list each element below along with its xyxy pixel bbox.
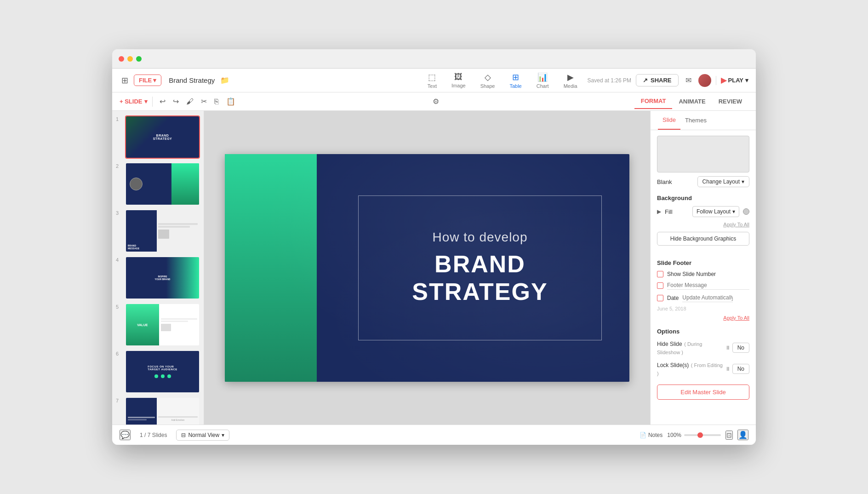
slide-thumbnail-5[interactable]: 5 Value <box>116 303 200 346</box>
hide-background-button[interactable]: Hide Background Graphics <box>657 232 749 246</box>
slide-num-2: 2 <box>116 162 122 169</box>
thumb-1-title: BRANDSTRATEGY <box>153 134 172 140</box>
add-slide-button[interactable]: + SLIDE ▾ <box>120 98 148 105</box>
format-tab[interactable]: FORMAT <box>634 94 673 109</box>
page-indicator: 1 / 7 Slides <box>140 432 167 438</box>
text-tool[interactable]: ⬚ Text <box>421 69 443 92</box>
lock-slide-label: Lock Slide(s) <box>657 362 689 368</box>
slide-canvas[interactable]: How to develop BRAND STRATEGY <box>225 154 629 382</box>
chart-label: Chart <box>537 83 549 89</box>
rpanel-body: Blank Change Layout ▾ Background ▶ Fill <box>651 130 756 425</box>
options-title: Options <box>657 328 749 335</box>
file-arrow: ▾ <box>153 77 156 84</box>
layout-section: Blank Change Layout ▾ <box>657 136 749 187</box>
undo-button[interactable]: ↩ <box>157 96 168 107</box>
folder-icon[interactable]: 📁 <box>220 76 229 85</box>
themes-tab[interactable]: Themes <box>680 111 711 130</box>
title-bar <box>112 49 756 69</box>
app-window: ⊞ FILE ▾ Brand Strategy 📁 ⬚ Text 🖼 Image… <box>112 49 756 445</box>
view-mode-icon: ⊟ <box>181 432 186 438</box>
cut-button[interactable]: ✂ <box>199 96 209 107</box>
media-tool[interactable]: ▶ Media <box>557 69 584 92</box>
date-input[interactable] <box>682 293 733 302</box>
slide-thumbnail-2[interactable]: 2 <box>116 162 200 206</box>
slide-thumbnail-7[interactable]: 7 Add Emotion <box>116 397 200 425</box>
maximize-button[interactable] <box>136 56 142 62</box>
slide-thumbnail-1[interactable]: 1 BRANDSTRATEGY <box>116 115 200 159</box>
users-button[interactable]: 👤 <box>737 430 748 440</box>
view-mode-arrow: ▾ <box>222 432 224 438</box>
slide-num-3: 3 <box>116 209 122 216</box>
hide-slide-toggle[interactable]: ⏸ No <box>725 343 749 353</box>
show-slide-num-label: Show Slide Number <box>667 271 716 277</box>
file-menu-button[interactable]: FILE ▾ <box>134 75 161 86</box>
change-layout-button[interactable]: Change Layout ▾ <box>697 176 749 187</box>
apply-to-all-link[interactable]: Apply To All <box>657 222 749 227</box>
slide-thumbnail-4[interactable]: 4 InspireYOUR BRAND <box>116 256 200 299</box>
media-icon: ▶ <box>567 72 574 82</box>
table-tool[interactable]: ⊞ Table <box>503 69 528 92</box>
avatar[interactable] <box>698 74 711 87</box>
change-layout-arrow: ▾ <box>742 178 744 185</box>
add-slide-arrow: ▾ <box>144 98 148 105</box>
footer-apply-all-link[interactable]: Apply To All <box>657 315 749 321</box>
slide-tab[interactable]: Slide <box>658 111 680 130</box>
review-tab[interactable]: REVIEW <box>712 94 748 109</box>
date-value: June 5, 2018 <box>657 306 749 311</box>
notes-icon: 📄 <box>640 432 646 438</box>
copy-button[interactable]: ⎘ <box>212 96 221 107</box>
play-triangle-icon: ▶ <box>721 76 726 85</box>
thumb-img-3: BRANDMESSAGE <box>125 209 200 253</box>
format-paint-button[interactable]: 🖌 <box>184 96 196 107</box>
settings-button[interactable]: ⚙ <box>430 96 441 107</box>
color-swatch[interactable] <box>743 208 749 215</box>
lock-slide-no: No <box>732 364 749 374</box>
slide-title: BRAND STRATEGY <box>368 250 592 305</box>
image-tool[interactable]: 🖼 Image <box>445 69 472 91</box>
show-slide-num-checkbox[interactable] <box>657 271 663 277</box>
date-row: Date <box>657 293 749 302</box>
close-button[interactable] <box>119 56 124 62</box>
lock-slide-toggle[interactable]: ⏸ No <box>725 364 749 374</box>
fill-dropdown[interactable]: Follow Layout ▾ <box>692 206 739 217</box>
date-label: Date <box>667 295 679 301</box>
chart-tool[interactable]: 📊 Chart <box>530 69 555 92</box>
footer-message-checkbox[interactable] <box>657 282 663 289</box>
main-content: 1 BRANDSTRATEGY 2 <box>112 111 756 425</box>
grid-menu-button[interactable]: ⊞ <box>120 74 130 87</box>
play-button[interactable]: ▶ PLAY ▾ <box>721 76 748 85</box>
thumb-img-1: BRANDSTRATEGY <box>125 115 200 159</box>
layout-label: Blank <box>657 178 672 185</box>
fit-to-screen-button[interactable]: ⊡ <box>725 431 733 440</box>
slide-footer-section: Slide Footer Show Slide Number Date <box>657 259 749 321</box>
secondary-toolbar: + SLIDE ▾ ↩ ↪ 🖌 ✂ ⎘ 📋 ⚙ FORMAT ANIMATE R… <box>112 92 756 111</box>
background-section: Background ▶ Fill Follow Layout ▾ Apply … <box>657 195 749 253</box>
hide-slide-labels: Hide Slide ( During Slideshow ) <box>657 339 725 356</box>
media-label: Media <box>564 83 577 89</box>
hide-slide-row: Hide Slide ( During Slideshow ) ⏸ No <box>657 339 749 356</box>
notes-button[interactable]: 📄 Notes <box>640 432 662 438</box>
main-toolbar: ⊞ FILE ▾ Brand Strategy 📁 ⬚ Text 🖼 Image… <box>112 69 756 92</box>
redo-button[interactable]: ↪ <box>171 96 181 107</box>
chat-button[interactable]: 💬 <box>120 430 131 440</box>
document-title: Brand Strategy <box>169 76 215 84</box>
paste-button[interactable]: 📋 <box>224 96 238 107</box>
mail-icon-button[interactable]: ✉ <box>683 75 694 86</box>
change-layout-label: Change Layout <box>702 178 740 185</box>
share-button[interactable]: ↗ SHARE <box>636 74 679 86</box>
zoom-slider[interactable] <box>684 434 721 436</box>
animate-tab[interactable]: ANIMATE <box>672 94 712 109</box>
fill-chevron-icon[interactable]: ▶ <box>657 208 661 215</box>
minimize-button[interactable] <box>127 56 133 62</box>
slide-thumbnail-6[interactable]: 6 Focus on yourTARGET AUDIENCE <box>116 350 200 393</box>
slide-num-6: 6 <box>116 350 122 356</box>
footer-message-input[interactable] <box>667 281 749 290</box>
shape-tool[interactable]: ◇ Shape <box>474 69 502 92</box>
date-checkbox[interactable] <box>657 295 663 301</box>
view-mode-dropdown[interactable]: ⊟ Normal View ▾ <box>176 430 229 441</box>
slide-content-box[interactable]: How to develop BRAND STRATEGY <box>358 195 602 340</box>
slide-thumbnail-3[interactable]: 3 BRANDMESSAGE <box>116 209 200 253</box>
add-slide-label: + SLIDE <box>120 98 143 105</box>
edit-master-slide-button[interactable]: Edit Master Slide <box>657 385 749 400</box>
right-panel: Slide Themes Blank Change Layout ▾ <box>650 111 756 425</box>
